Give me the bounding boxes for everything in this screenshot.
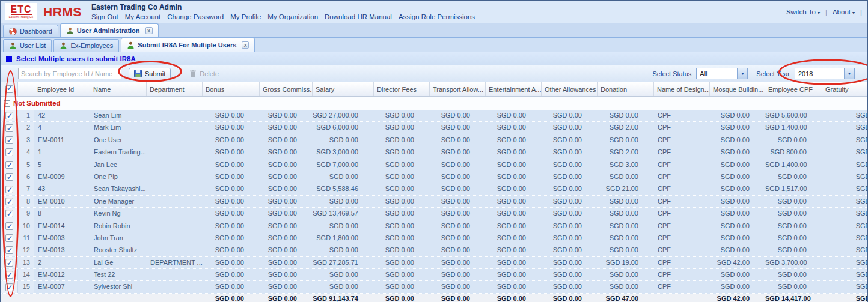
table-row[interactable]: ✓15EM-0007Sylvestor ShiSGD 0.00SGD 0.00S… [1, 281, 868, 293]
column-header-donation[interactable]: Donation [598, 82, 654, 96]
summary-donation: SGD 47.00 [598, 294, 654, 302]
cell-name: One Pip [90, 171, 147, 183]
delete-button[interactable]: Delete [184, 68, 224, 79]
select-all-checkbox[interactable]: ✓ [5, 85, 13, 93]
table-row[interactable]: ✓743Sean Takayashi...SGD 0.00SGD 0.00SGD… [1, 183, 868, 195]
cell-salary: SGD 27,285.71 [313, 257, 374, 268]
column-header-other-allowances[interactable]: Other Allowances [542, 82, 598, 96]
link-sign-out[interactable]: Sign Out [91, 13, 118, 20]
column-header-blank[interactable] [18, 82, 34, 96]
cell-mosque-buildin: SGD 0.00 [710, 232, 765, 244]
column-header-mosque-buildin[interactable]: Mosque Buildin... [710, 82, 765, 96]
close-icon[interactable]: x [145, 27, 153, 34]
column-header-bonus[interactable]: Bonus [203, 82, 260, 96]
cell-gross-commiss: SGD 0.00 [260, 244, 313, 256]
status-dropdown-trigger[interactable]: ▼ [737, 68, 747, 79]
link-download-hr-manual[interactable]: Download HR Manual [325, 13, 392, 20]
row-checkbox[interactable]: ✓ [5, 112, 13, 119]
cell-gratuity: SGD 0.00 [822, 196, 868, 207]
cell-salary: SGD 6,000.00 [313, 122, 374, 133]
table-row[interactable]: ✓3EM-0011One UserSGD 0.00SGD 0.00SGD 0.0… [1, 134, 868, 146]
link-my-profile[interactable]: My Profile [230, 13, 261, 20]
table-row[interactable]: ✓10EM-0014Robin RobinSGD 0.00SGD 0.00SGD… [1, 220, 868, 232]
row-number: 3 [18, 134, 34, 146]
row-checkbox[interactable]: ✓ [5, 246, 13, 254]
tab-ex-employees[interactable]: Ex-Employees [53, 39, 119, 52]
submit-button[interactable]: Submit [129, 68, 171, 79]
cell-name: Sean Lim [90, 110, 147, 121]
cell-salary: SGD 0.00 [313, 244, 374, 256]
row-checkbox[interactable]: ✓ [5, 234, 13, 242]
cell-other-allowances: SGD 0.00 [542, 220, 598, 232]
table-row[interactable]: ✓12EM-0013Rooster ShultzSGD 0.00SGD 0.00… [1, 244, 868, 256]
status-select[interactable]: All ▼ [696, 68, 748, 79]
cell-donation: SGD 21.00 [598, 183, 654, 195]
row-checkbox[interactable]: ✓ [5, 173, 13, 181]
row-checkbox[interactable]: ✓ [5, 198, 13, 205]
column-header-transport-allow[interactable]: Transport Allow... [430, 82, 486, 96]
row-checkbox[interactable]: ✓ [5, 283, 13, 291]
column-header-gross-commiss[interactable]: Gross Commiss... [260, 82, 313, 96]
column-header-employee-cpf[interactable]: Employee CPF [765, 82, 822, 96]
year-dropdown-trigger[interactable]: ▼ [844, 68, 854, 79]
link-my-organization[interactable]: My Organization [267, 13, 318, 20]
row-checkbox[interactable]: ✓ [5, 271, 13, 279]
cell-transport-allow: SGD 0.00 [430, 159, 486, 171]
cell-name: Sean Takayashi... [90, 183, 147, 195]
about-menu[interactable]: About▾ [833, 8, 855, 16]
table-row[interactable]: ✓8EM-0010One ManagerSGD 0.00SGD 0.00SGD … [1, 196, 868, 208]
row-checkbox[interactable]: ✓ [5, 210, 13, 217]
summary-blank-cell [147, 294, 203, 302]
tab-dashboard[interactable]: Dashboard [3, 25, 58, 37]
row-checkbox[interactable]: ✓ [5, 136, 13, 144]
row-checkbox[interactable]: ✓ [5, 186, 13, 193]
cell-donation: SGD 0.00 [598, 196, 654, 207]
search-input[interactable] [18, 68, 121, 79]
tab-submit-ir8a[interactable]: Submit IR8A For Multiple Users x [121, 38, 255, 52]
table-row[interactable]: ✓24Mark LimSGD 0.00SGD 0.00SGD 6,000.00S… [1, 122, 868, 134]
menu-separator: | [860, 8, 862, 16]
column-header-name[interactable]: Name [90, 82, 147, 96]
tab-user-list[interactable]: User List [3, 39, 52, 52]
year-select[interactable]: ▼ [795, 68, 855, 79]
column-header-salary[interactable]: Salary [313, 82, 374, 96]
table-row[interactable]: ✓132Lai GeDEPARTMENT ...SGD 0.00SGD 0.00… [1, 257, 868, 269]
cell-department [147, 171, 203, 183]
group-label: Not Submitted [13, 100, 61, 107]
column-header-department[interactable]: Department [147, 82, 203, 96]
header-select-all-cell[interactable]: ✓ [1, 82, 18, 96]
table-row[interactable]: ✓11EM-0003John TranSGD 0.00SGD 0.00SGD 1… [1, 232, 868, 244]
cell-entertainment-a: SGD 0.00 [486, 244, 542, 256]
column-header-director-fees[interactable]: Director Fees [374, 82, 430, 96]
column-header-name-of-design[interactable]: Name of Design... [654, 82, 710, 96]
link-change-password[interactable]: Change Password [167, 13, 224, 20]
table-row[interactable]: ✓98Kevin NgSGD 0.00SGD 0.00SGD 13,469.57… [1, 208, 868, 220]
cell-gross-commiss: SGD 0.00 [260, 232, 313, 244]
link-my-account[interactable]: My Account [125, 13, 160, 20]
row-checkbox[interactable]: ✓ [5, 222, 13, 230]
cell-other-allowances: SGD 0.00 [542, 134, 598, 146]
row-checkbox[interactable]: ✓ [5, 259, 13, 267]
row-number: 6 [18, 171, 34, 183]
column-header-gratuity[interactable]: Gratuity [822, 82, 868, 96]
link-assign-role-permissions[interactable]: Assign Role Permissions [399, 13, 475, 20]
column-header-employee-id[interactable]: Employee Id [34, 82, 90, 96]
year-input[interactable] [795, 70, 844, 77]
cell-bonus: SGD 0.00 [203, 257, 260, 268]
row-checkbox[interactable]: ✓ [5, 161, 13, 169]
column-header-entertainment-a[interactable]: Entertainment A... [486, 82, 542, 96]
table-row[interactable]: ✓14EM-0012Test 22SGD 0.00SGD 0.00SGD 0.0… [1, 269, 868, 281]
cell-transport-allow: SGD 0.00 [430, 281, 486, 292]
row-checkbox[interactable]: ✓ [5, 124, 13, 132]
cell-director-fees: SGD 0.00 [374, 232, 430, 244]
tab-user-administration[interactable]: User Administration x [60, 23, 159, 37]
table-row[interactable]: ✓41Eastern Trading...SGD 0.00SGD 0.00SGD… [1, 146, 868, 159]
table-row[interactable]: ✓55Jan LeeSGD 0.00SGD 0.00SGD 7,000.00SG… [1, 159, 868, 171]
table-row[interactable]: ✓6EM-0009One PipSGD 0.00SGD 0.00SGD 0.00… [1, 171, 868, 183]
row-number: 5 [18, 159, 34, 171]
close-icon[interactable]: x [242, 41, 249, 49]
collapse-icon[interactable]: − [4, 100, 10, 107]
row-checkbox[interactable]: ✓ [5, 148, 13, 156]
switch-to-menu[interactable]: Switch To▾ [786, 8, 820, 16]
table-row[interactable]: ✓142Sean LimSGD 0.00SGD 0.00SGD 27,000.0… [1, 110, 868, 122]
